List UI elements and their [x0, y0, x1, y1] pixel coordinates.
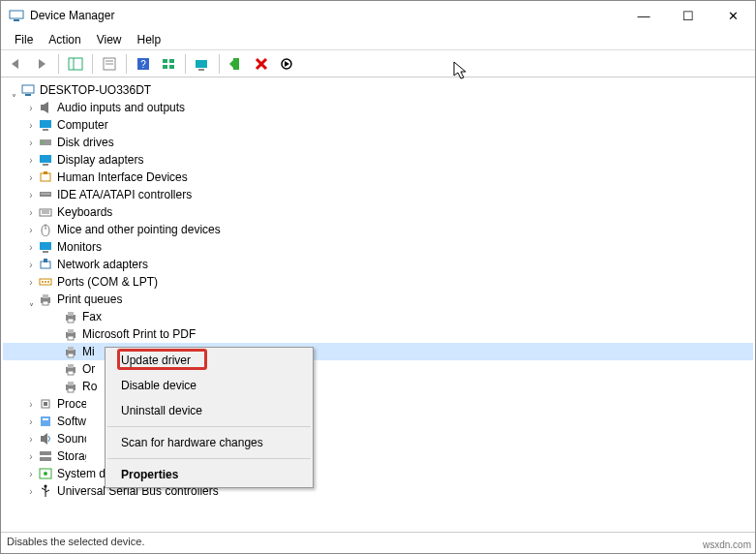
- back-button[interactable]: [5, 52, 28, 76]
- tree-category[interactable]: ›IDE ATA/ATAPI controllers: [3, 186, 753, 203]
- svg-rect-11: [163, 65, 167, 69]
- tree-category[interactable]: ›Audio inputs and outputs: [3, 99, 753, 116]
- chevron-right-icon[interactable]: ›: [24, 120, 38, 131]
- tree-category[interactable]: ˬPrint queues: [3, 291, 753, 308]
- tree-category[interactable]: ›Display adapters: [3, 151, 753, 169]
- tree-category-label: Monitors: [57, 240, 102, 254]
- chevron-right-icon[interactable]: ›: [24, 260, 38, 270]
- chevron-right-icon[interactable]: ›: [24, 434, 38, 445]
- context-disable-device[interactable]: Disable device: [106, 373, 313, 398]
- tree-device[interactable]: Microsoft Print to PDF: [3, 325, 753, 343]
- tree-category[interactable]: ›Computer: [3, 116, 753, 134]
- svg-rect-14: [198, 69, 204, 71]
- svg-marker-16: [229, 60, 233, 68]
- sound-icon: [38, 431, 53, 446]
- chevron-right-icon[interactable]: ›: [24, 277, 38, 288]
- computer-icon: [20, 82, 36, 98]
- tree-category[interactable]: ›Keyboards: [3, 203, 753, 221]
- speaker-icon: [38, 100, 53, 115]
- tree-category-label: Keyboards: [57, 205, 112, 219]
- svg-text:?: ?: [140, 59, 146, 70]
- grid-button[interactable]: [157, 52, 180, 76]
- chevron-down-icon[interactable]: ˬ: [24, 294, 38, 305]
- svg-marker-71: [44, 433, 47, 445]
- svg-point-75: [44, 472, 47, 476]
- close-button[interactable]: ✕: [711, 1, 755, 30]
- tree-device-label: Fax: [82, 310, 102, 323]
- svg-rect-61: [68, 364, 74, 368]
- tree-category[interactable]: ›Monitors: [3, 238, 753, 256]
- menu-file[interactable]: File: [7, 31, 41, 48]
- svg-rect-22: [25, 94, 31, 96]
- menu-help[interactable]: Help: [130, 31, 169, 48]
- tree-category[interactable]: ›Human Interface Devices: [3, 169, 753, 186]
- context-separator: [107, 426, 311, 427]
- help-button[interactable]: ?: [132, 52, 155, 76]
- chevron-right-icon[interactable]: ›: [24, 486, 38, 497]
- chevron-down-icon[interactable]: ˬ: [7, 85, 20, 96]
- context-scan-hardware[interactable]: Scan for hardware changes: [106, 430, 313, 455]
- update-driver-button[interactable]: [225, 52, 248, 76]
- tree-category-label: Human Interface Devices: [57, 170, 188, 184]
- uninstall-device-button[interactable]: [250, 52, 273, 76]
- device-manager-icon: [9, 8, 24, 23]
- tree-category[interactable]: ›Disk drives: [3, 134, 753, 151]
- disable-device-button[interactable]: [275, 52, 298, 76]
- tree-device[interactable]: Fax: [3, 308, 753, 325]
- tree-category[interactable]: ›Ports (COM & LPT): [3, 273, 753, 291]
- svg-rect-59: [68, 354, 74, 357]
- tree-category-label: Softwa: [57, 415, 86, 428]
- tree-category[interactable]: ›Network adapters: [3, 256, 753, 273]
- tree-category[interactable]: ›Mice and other pointing devices: [3, 221, 753, 238]
- chevron-right-icon[interactable]: ›: [24, 103, 38, 113]
- status-bar: Disables the selected device. wsxdn.com: [1, 532, 755, 553]
- menu-view[interactable]: View: [89, 31, 130, 48]
- context-uninstall-device[interactable]: Uninstall device: [106, 398, 313, 423]
- svg-rect-30: [43, 164, 48, 166]
- context-properties[interactable]: Properties: [106, 462, 313, 487]
- svg-rect-58: [68, 347, 74, 351]
- chevron-right-icon[interactable]: ›: [24, 207, 38, 218]
- svg-rect-49: [43, 294, 48, 298]
- svg-point-77: [45, 485, 47, 488]
- svg-rect-26: [43, 129, 48, 131]
- forward-button[interactable]: [30, 52, 53, 76]
- tree-category-label: Network adapters: [57, 258, 148, 271]
- chevron-right-icon[interactable]: ›: [24, 155, 38, 166]
- chevron-right-icon[interactable]: ›: [24, 242, 38, 253]
- printer-icon: [63, 326, 78, 342]
- chevron-right-icon[interactable]: ›: [24, 469, 38, 479]
- tree-root[interactable]: ˬ DESKTOP-UO336DT: [3, 81, 753, 99]
- svg-rect-31: [41, 173, 50, 181]
- svg-rect-27: [40, 139, 51, 145]
- printer-icon: [63, 309, 78, 324]
- svg-rect-10: [169, 59, 174, 63]
- chevron-right-icon[interactable]: ›: [24, 399, 38, 410]
- chevron-right-icon[interactable]: ›: [24, 138, 38, 148]
- titlebar: Device Manager — ☐ ✕: [1, 1, 755, 30]
- maximize-button[interactable]: ☐: [666, 1, 711, 30]
- tree-category-label: Mice and other pointing devices: [57, 223, 221, 236]
- disk-icon: [38, 135, 53, 150]
- chevron-right-icon[interactable]: ›: [24, 225, 38, 235]
- cpu-icon: [38, 396, 53, 412]
- show-hide-tree-button[interactable]: [64, 52, 87, 76]
- svg-rect-50: [43, 301, 48, 305]
- chevron-right-icon[interactable]: ›: [24, 190, 38, 200]
- minimize-button[interactable]: —: [621, 1, 666, 30]
- svg-point-46: [45, 281, 46, 283]
- scan-hardware-button[interactable]: [191, 52, 214, 76]
- svg-rect-62: [68, 371, 74, 375]
- svg-rect-43: [44, 259, 47, 262]
- svg-rect-68: [41, 416, 50, 426]
- chevron-right-icon[interactable]: ›: [24, 172, 38, 183]
- properties-button[interactable]: [98, 52, 121, 76]
- status-text: Disables the selected device.: [7, 536, 144, 550]
- svg-rect-0: [10, 11, 23, 18]
- printer-icon: [63, 379, 78, 394]
- chevron-right-icon[interactable]: ›: [24, 451, 38, 462]
- menu-action[interactable]: Action: [41, 31, 88, 48]
- network-icon: [38, 257, 53, 272]
- chevron-right-icon[interactable]: ›: [24, 416, 38, 427]
- svg-rect-73: [40, 457, 51, 461]
